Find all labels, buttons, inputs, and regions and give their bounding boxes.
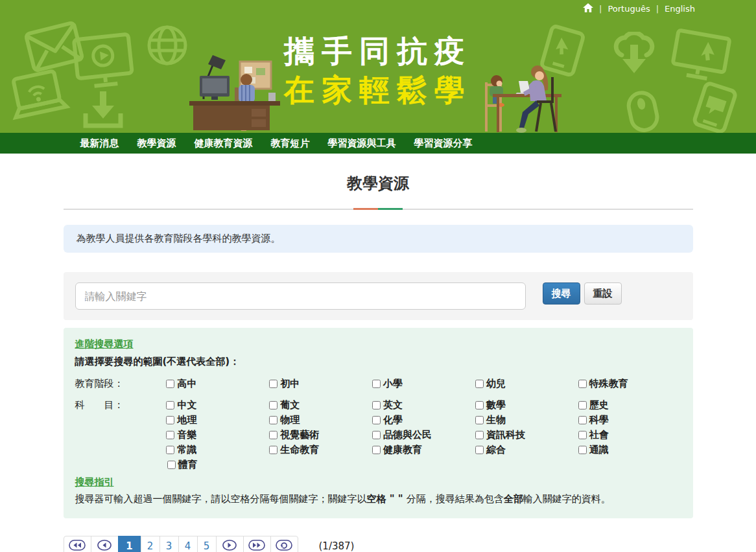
checkbox-subject-17[interactable]: 健康教育: [372, 444, 475, 456]
checkbox[interactable]: [578, 416, 587, 424]
checkbox[interactable]: [166, 401, 174, 409]
checkbox[interactable]: [475, 416, 484, 424]
checkbox[interactable]: [578, 431, 587, 439]
search-panel: 搜尋 重設: [64, 272, 693, 320]
checkbox-stage-4[interactable]: 特殊教育: [578, 378, 681, 390]
checkbox[interactable]: [475, 446, 484, 454]
first-page-icon: [69, 540, 86, 552]
checkbox-stage-0[interactable]: 高中: [166, 378, 269, 390]
checkbox-label: 品德與公民: [383, 429, 432, 441]
search-guide-link[interactable]: 搜尋指引: [75, 476, 114, 489]
reset-button[interactable]: 重設: [584, 282, 622, 305]
checkbox-subject-13[interactable]: 資訊科技: [475, 429, 578, 441]
prev-page-button[interactable]: [91, 536, 119, 552]
page-button-2[interactable]: 2: [141, 536, 160, 552]
first-page-button[interactable]: [64, 536, 91, 552]
home-link[interactable]: [583, 3, 593, 14]
checkbox-subject-11[interactable]: 視覺藝術: [269, 429, 372, 441]
checkbox-subject-5[interactable]: 地理: [166, 414, 269, 426]
checkbox-subject-7[interactable]: 化學: [372, 414, 475, 426]
checkbox-subject-20[interactable]: 體育: [167, 459, 271, 471]
checkbox[interactable]: [578, 446, 587, 454]
subject-row-label: 科 目：: [75, 399, 167, 411]
chat-phone-icon: [689, 79, 739, 133]
checkbox[interactable]: [269, 431, 278, 439]
download-icon: [83, 90, 123, 133]
guide-text-part: 分隔，搜尋結果為包含: [407, 493, 504, 505]
checkbox-label: 科學: [589, 414, 609, 426]
checkbox[interactable]: [372, 446, 381, 454]
checkbox-subject-10[interactable]: 音樂: [166, 429, 269, 441]
advanced-options-link[interactable]: 進階搜尋選項: [75, 338, 134, 351]
guide-text-part: 搜尋器可輸入超過一個關鍵字，請以空格分隔每個關鍵字；關鍵字以: [75, 493, 367, 505]
checkbox-subject-4[interactable]: 歷史: [578, 399, 681, 411]
checkbox-label: 綜合: [486, 444, 506, 456]
checkbox[interactable]: [167, 461, 176, 469]
checkbox[interactable]: [166, 431, 174, 439]
checkbox-subject-8[interactable]: 生物: [475, 414, 578, 426]
checkbox-subject-2[interactable]: 英文: [372, 399, 475, 411]
lang-link-portugues[interactable]: Português: [608, 4, 650, 14]
pagination: 1 2 3 4 5: [64, 536, 298, 552]
page-button-1[interactable]: 1: [118, 536, 141, 552]
checkbox[interactable]: [166, 446, 174, 454]
checkbox-subject-16[interactable]: 生命教育: [269, 444, 372, 456]
checkbox[interactable]: [372, 380, 381, 388]
stage-row-label: 教育階段：: [75, 378, 167, 390]
page-button-3[interactable]: 3: [159, 536, 179, 552]
checkbox-subject-0[interactable]: 中文: [166, 399, 269, 411]
checkbox-subject-9[interactable]: 科學: [578, 414, 681, 426]
next-page-button[interactable]: [216, 536, 244, 552]
subject-row: 音樂 視覺藝術 品德與公民 資訊科技 社會: [75, 428, 681, 443]
checkbox[interactable]: [269, 416, 278, 424]
checkbox[interactable]: [578, 380, 587, 388]
checkbox-label: 數學: [486, 399, 506, 411]
checkbox-label: 通識: [589, 444, 609, 456]
checkbox[interactable]: [475, 431, 484, 439]
checkbox[interactable]: [269, 401, 278, 409]
checkbox-label: 歷史: [589, 399, 609, 411]
page-button-4[interactable]: 4: [178, 536, 198, 552]
checkbox[interactable]: [372, 431, 381, 439]
nav-item-learning-tools[interactable]: 學習資源與工具: [328, 137, 396, 150]
nav-item-news[interactable]: 最新消息: [80, 137, 119, 150]
checkbox-subject-19[interactable]: 通識: [578, 444, 681, 456]
checkbox-subject-15[interactable]: 常識: [166, 444, 269, 456]
checkbox[interactable]: [372, 416, 381, 424]
nav-item-health-education[interactable]: 健康教育資源: [195, 137, 253, 150]
checkbox-subject-18[interactable]: 綜合: [475, 444, 578, 456]
nav-item-teaching-resources[interactable]: 教學資源: [137, 137, 176, 150]
keyword-input[interactable]: [75, 282, 526, 310]
banner-title-line2: 在家輕鬆學: [284, 73, 472, 107]
last-page-icon: [248, 540, 265, 552]
nav-item-education-videos[interactable]: 教育短片: [271, 137, 310, 150]
checkbox-subject-12[interactable]: 品德與公民: [372, 429, 475, 441]
last-page-button[interactable]: [243, 536, 271, 552]
checkbox[interactable]: [578, 401, 587, 409]
checkbox[interactable]: [166, 416, 174, 424]
pagination-status: (1/387): [319, 540, 355, 552]
checkbox-subject-6[interactable]: 物理: [269, 414, 372, 426]
checkbox-subject-14[interactable]: 社會: [578, 429, 681, 441]
checkbox[interactable]: [166, 380, 174, 388]
checkbox-subject-3[interactable]: 數學: [475, 399, 578, 411]
refresh-button[interactable]: [270, 536, 298, 552]
checkbox[interactable]: [475, 380, 484, 388]
checkbox-stage-2[interactable]: 小學: [372, 378, 475, 390]
page-description-box: 為教學人員提供各教育階段各學科的教學資源。: [64, 225, 693, 253]
subject-row: 科 目： 中文 葡文 英文 數學 歷史: [75, 398, 681, 413]
checkbox[interactable]: [372, 401, 381, 409]
lang-link-english[interactable]: English: [665, 4, 695, 14]
nav-item-resource-sharing[interactable]: 學習資源分享: [414, 137, 473, 150]
checkbox[interactable]: [269, 380, 278, 388]
checkbox-stage-1[interactable]: 初中: [269, 378, 372, 390]
search-button[interactable]: 搜尋: [543, 282, 580, 305]
guide-text-bold: 空格 " ": [367, 493, 407, 505]
checkbox[interactable]: [269, 446, 278, 454]
page-button-5[interactable]: 5: [197, 536, 217, 552]
monitor-cursor-icon: [668, 27, 733, 87]
checkbox-subject-1[interactable]: 葡文: [269, 399, 372, 411]
checkbox[interactable]: [475, 401, 484, 409]
checkbox-stage-3[interactable]: 幼兒: [475, 378, 578, 390]
guide-text-bold: 全部: [504, 493, 523, 505]
